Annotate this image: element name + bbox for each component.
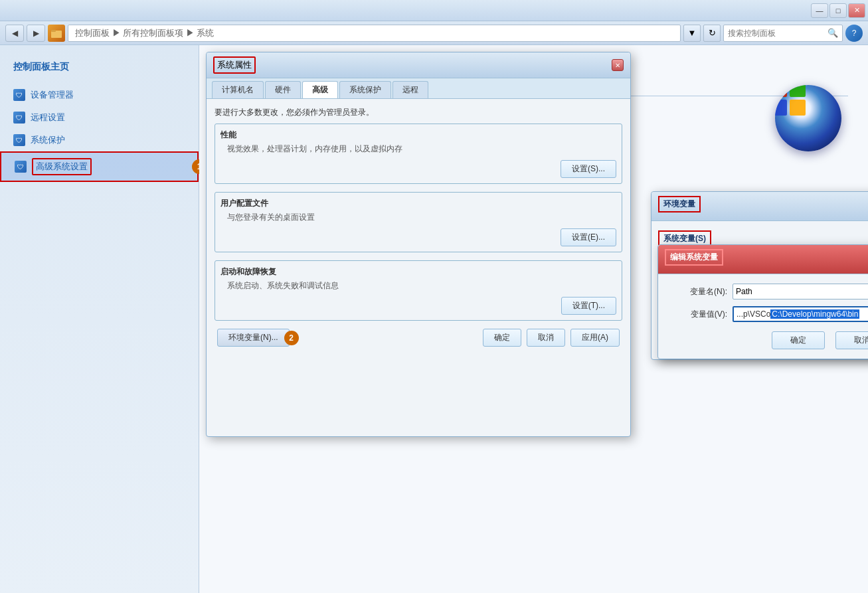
sidebar-label-device-manager: 设备管理器	[31, 89, 74, 101]
profile-sub: 与您登录有关的桌面设置	[220, 212, 616, 223]
var-name-label: 变量名(N):	[667, 286, 727, 297]
svg-rect-2	[775, 85, 787, 97]
advanced-label-highlight: 高级系统设置	[32, 158, 92, 175]
svg-rect-5	[790, 100, 806, 116]
var-value-row: 变量值(V): ...p\VSCo C:\Develop\mingw64\bin…	[667, 306, 868, 322]
profile-label: 用户配置文件	[220, 198, 616, 209]
shield-icon-1: 🛡	[13, 89, 25, 101]
breadcrumb-dropdown[interactable]: ▼	[683, 25, 701, 42]
edit-dialog-title-bar: 编辑系统变量 ✕	[658, 245, 868, 274]
breadcrumb-bar[interactable]: 控制面板 ▶ 所有控制面板项 ▶ 系统	[68, 25, 681, 42]
back-button[interactable]: ◀	[5, 25, 24, 42]
profile-section: 用户配置文件 与您登录有关的桌面设置 设置(E)...	[215, 192, 622, 252]
windows-logo	[775, 85, 841, 151]
env-btn-row: 环境变量(N)... 2 确定 取消 应用(A)	[215, 329, 622, 347]
sys-props-content: 要进行大多数更改，您必须作为管理员登录。 性能 视觉效果，处理器计划，内存使用，…	[207, 99, 630, 355]
performance-label: 性能	[220, 129, 616, 141]
edit-dialog-btn-row: 确定 取消	[667, 331, 868, 349]
env-title-area: 环境变量	[658, 196, 701, 216]
startup-sub: 系统启动、系统失败和调试信息	[220, 280, 616, 292]
tab-system-protection[interactable]: 系统保护	[339, 81, 391, 98]
folder-icon	[48, 25, 65, 42]
shield-icon-3: 🛡	[13, 134, 25, 146]
edit-dialog-title: 编辑系统变量	[665, 249, 723, 266]
breadcrumb-text: 控制面板 ▶ 所有控制面板项 ▶ 系统	[75, 27, 214, 39]
svg-rect-4	[775, 100, 787, 116]
windows-orb	[775, 85, 841, 151]
env-btn-container: 环境变量(N)... 2	[217, 329, 290, 347]
sidebar-label-remote: 远程设置	[31, 112, 65, 124]
startup-btn-row: 设置(T)...	[220, 297, 616, 315]
shield-icon-4: 🛡	[15, 161, 27, 173]
shield-icon-2: 🛡	[13, 112, 25, 124]
startup-label: 启动和故障恢复	[220, 266, 616, 278]
env-variables-btn[interactable]: 环境变量(N)...	[217, 329, 290, 347]
sidebar-item-device-manager[interactable]: 🛡 设备管理器	[0, 84, 199, 106]
sys-props-close[interactable]: ✕	[612, 59, 624, 71]
env-dialog-title-bar: 环境变量 ✕	[651, 192, 868, 221]
edit-dialog-content: 变量名(N): 变量值(V): ...p\VSCo C:\Develop\min…	[658, 274, 868, 359]
ok-button[interactable]: 确定	[483, 329, 521, 347]
tabs-bar: 计算机名 硬件 高级 系统保护 远程	[207, 78, 630, 99]
forward-button[interactable]: ▶	[27, 25, 45, 42]
sidebar-label-advanced: 高级系统设置	[36, 161, 88, 171]
tab-advanced[interactable]: 高级	[302, 81, 338, 98]
startup-section: 启动和故障恢复 系统启动、系统失败和调试信息 设置(T)...	[215, 260, 622, 321]
address-bar: ◀ ▶ 控制面板 ▶ 所有控制面板项 ▶ 系统 ▼ ↻ 🔍 ?	[0, 21, 868, 45]
ok-cancel-row: 确定 取消 应用(A)	[483, 329, 620, 347]
content-area: 查看有关计算机的基本信息 Windows 版本 Windows 7 旗舰版 版权…	[199, 45, 868, 593]
main-window: 控制面板主页 🛡 设备管理器 🛡 远程设置 🛡 系统保护 🛡 高级系统设置 1 …	[0, 45, 868, 593]
profile-btn-row: 设置(E)...	[220, 228, 616, 246]
edit-var-dialog: 编辑系统变量 ✕ 变量名(N): 变量值(V): ...p\VSCo C:\De…	[657, 244, 868, 359]
tab-hardware[interactable]: 硬件	[265, 81, 301, 98]
sidebar-item-advanced[interactable]: 🛡 高级系统设置 1	[0, 151, 199, 182]
search-bar: 🔍	[723, 25, 843, 42]
svg-rect-1	[51, 30, 56, 32]
var-value-input[interactable]: ...p\VSCo C:\Develop\mingw64\bin 5	[733, 306, 868, 322]
badge-2: 2	[284, 331, 299, 345]
title-bar: — □ ✕	[0, 0, 868, 21]
edit-ok-btn[interactable]: 确定	[772, 331, 825, 349]
system-properties-dialog: 系统属性 ✕ 计算机名 硬件 高级 系统保护 远程 要进行大多数更改，您必须作为…	[206, 52, 631, 437]
sidebar-label-system-protect: 系统保护	[31, 134, 65, 146]
performance-btn-row: 设置(S)...	[220, 160, 616, 178]
profile-settings-btn[interactable]: 设置(E)...	[561, 228, 616, 246]
var-name-row: 变量名(N):	[667, 284, 868, 299]
sidebar-item-system-protect[interactable]: 🛡 系统保护	[0, 129, 199, 151]
search-icon: 🔍	[827, 28, 838, 38]
sys-props-title-bar: 系统属性 ✕	[207, 52, 630, 78]
performance-settings-btn[interactable]: 设置(S)...	[561, 160, 616, 178]
maximize-button[interactable]: □	[829, 3, 847, 18]
sidebar-item-remote[interactable]: 🛡 远程设置	[0, 106, 199, 129]
svg-rect-3	[790, 85, 806, 97]
minimize-button[interactable]: —	[811, 3, 828, 18]
value-prefix: ...p\VSCo	[737, 309, 770, 319]
startup-settings-btn[interactable]: 设置(T)...	[561, 297, 616, 315]
var-name-input[interactable]	[733, 284, 868, 299]
tab-computer-name[interactable]: 计算机名	[212, 81, 264, 98]
apply-button[interactable]: 应用(A)	[570, 329, 620, 347]
sys-props-title: 系统属性	[213, 56, 256, 74]
cancel-button[interactable]: 取消	[527, 329, 565, 347]
value-selected-part: C:\Develop\mingw64\bin	[770, 309, 859, 319]
search-input[interactable]	[728, 29, 825, 38]
tab-remote[interactable]: 远程	[392, 81, 428, 98]
close-button[interactable]: ✕	[848, 3, 865, 18]
sidebar: 控制面板主页 🛡 设备管理器 🛡 远程设置 🛡 系统保护 🛡 高级系统设置 1	[0, 45, 199, 593]
performance-sub: 视觉效果，处理器计划，内存使用，以及虚拟内存	[220, 143, 616, 155]
refresh-button[interactable]: ↻	[703, 25, 721, 42]
env-dialog-title: 环境变量	[658, 196, 701, 212]
var-value-label: 变量值(V):	[667, 309, 727, 320]
admin-note: 要进行大多数更改，您必须作为管理员登录。	[215, 107, 622, 118]
help-button[interactable]: ?	[845, 25, 863, 42]
performance-section: 性能 视觉效果，处理器计划，内存使用，以及虚拟内存 设置(S)...	[215, 124, 622, 184]
edit-cancel-btn[interactable]: 取消	[835, 331, 868, 349]
sidebar-title: 控制面板主页	[0, 56, 199, 84]
